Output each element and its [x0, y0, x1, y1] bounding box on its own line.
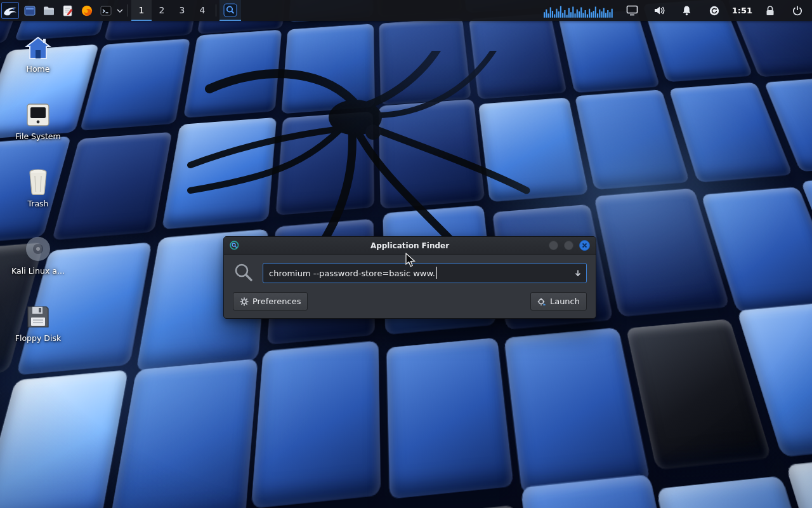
volume-icon: [653, 5, 665, 16]
maximize-button[interactable]: [564, 241, 573, 250]
workspace-button-2[interactable]: 2: [152, 0, 172, 21]
history-dropdown-button[interactable]: [570, 264, 586, 283]
close-button[interactable]: [579, 240, 590, 251]
wallpaper-cube: [386, 338, 513, 500]
titlebar-buttons: [549, 240, 590, 251]
workspace-button-3[interactable]: 3: [172, 0, 192, 21]
panel-left-cluster: 1 2 3 4: [0, 0, 241, 21]
minimize-button[interactable]: [549, 241, 558, 250]
desktop-icon-kali-volume[interactable]: Kali Linux a...: [9, 235, 67, 276]
file-system-icon: [25, 102, 51, 128]
desktop-icon-label: Kali Linux a...: [11, 267, 65, 276]
firefox-launcher-button[interactable]: [77, 0, 96, 21]
wallpaper-cube: [785, 452, 812, 508]
finder-body: Preferences Launch: [224, 255, 596, 318]
power-icon: [792, 5, 803, 17]
kali-menu-button[interactable]: [1, 2, 19, 19]
logout-button[interactable]: [788, 5, 807, 17]
search-input[interactable]: [263, 269, 570, 278]
lock-screen-button[interactable]: [761, 5, 780, 17]
close-icon: [582, 243, 587, 248]
launch-label: Launch: [550, 297, 580, 306]
top-panel: 1 2 3 4: [0, 0, 812, 21]
lock-icon: [765, 5, 775, 17]
file-manager-launcher-button[interactable]: [39, 0, 58, 21]
gear-icon: [240, 297, 249, 306]
wallpaper-cube: [575, 90, 690, 190]
desktop-icon-label: Floppy Disk: [15, 334, 61, 343]
desktop-icon-file-system[interactable]: File System: [9, 102, 67, 141]
desktop-screen: 1 2 3 4: [0, 0, 812, 508]
terminal-launcher-button[interactable]: [96, 0, 115, 21]
display-indicator-button[interactable]: [623, 5, 642, 16]
wallpaper-cube: [52, 132, 172, 241]
desktop-icon-label: File System: [15, 132, 61, 141]
bell-icon: [681, 5, 692, 17]
wallpaper-cube: [107, 359, 258, 508]
firefox-icon: [81, 4, 93, 17]
volume-button[interactable]: [650, 5, 669, 16]
wallpaper-cube: [390, 504, 537, 508]
wallpaper-cube: [0, 370, 128, 508]
arrow-down-icon: [574, 269, 582, 277]
file-manager-icon: [43, 4, 55, 17]
audio-visualizer: [544, 3, 615, 19]
panel-right-cluster: 1:51: [544, 0, 812, 21]
preferences-label: Preferences: [252, 297, 301, 306]
kali-menu-icon: [3, 5, 17, 17]
app-finder-panel-button[interactable]: [219, 0, 241, 21]
window-launcher-button[interactable]: [20, 0, 39, 21]
window-icon: [23, 4, 36, 17]
wallpaper-cube: [656, 476, 812, 508]
wallpaper-cube: [558, 10, 660, 93]
wallpaper-cube: [503, 328, 650, 496]
terminal-icon: [100, 4, 112, 17]
desktop-icon-floppy-disk[interactable]: Floppy Disk: [9, 304, 67, 343]
home-icon: [24, 36, 52, 61]
desktop-icon-label: Trash: [27, 199, 48, 208]
kali-volume-icon: [24, 235, 52, 263]
text-editor-icon: [62, 4, 74, 17]
desktop-icon-label: Home: [27, 65, 50, 74]
desktop-icon-home[interactable]: Home: [9, 36, 67, 74]
finder-titlebar[interactable]: Application Finder: [224, 237, 596, 255]
display-icon: [626, 5, 638, 16]
desktop-icon-trash[interactable]: Trash: [9, 168, 67, 208]
wallpaper-cube: [251, 341, 380, 508]
notifications-button[interactable]: [678, 5, 697, 17]
text-editor-launcher-button[interactable]: [58, 0, 77, 21]
app-finder-window-icon: [230, 241, 240, 251]
floppy-disk-icon: [25, 304, 51, 330]
panel-separator: [216, 4, 216, 17]
window-title: Application Finder: [224, 241, 596, 250]
update-indicator-button[interactable]: [705, 5, 724, 17]
workspace-button-1[interactable]: 1: [131, 0, 152, 21]
clock[interactable]: 1:51: [732, 6, 752, 15]
search-row: [233, 262, 587, 284]
workspace-button-4[interactable]: 4: [192, 0, 213, 21]
trash-icon: [25, 168, 51, 196]
magnifier-icon: [233, 262, 254, 284]
run-icon: [537, 297, 546, 306]
chevron-down-icon: [117, 8, 123, 13]
search-combo: [263, 263, 587, 283]
launch-button[interactable]: Launch: [530, 292, 587, 311]
terminal-dropdown-button[interactable]: [115, 0, 124, 21]
app-finder-icon: [223, 3, 237, 17]
preferences-button[interactable]: Preferences: [233, 292, 308, 311]
finder-footer: Preferences Launch: [233, 292, 587, 311]
text-caret: [436, 267, 437, 279]
panel-separator: [128, 4, 128, 17]
update-icon: [709, 5, 720, 17]
application-finder-window: Application Finder: [223, 236, 596, 319]
